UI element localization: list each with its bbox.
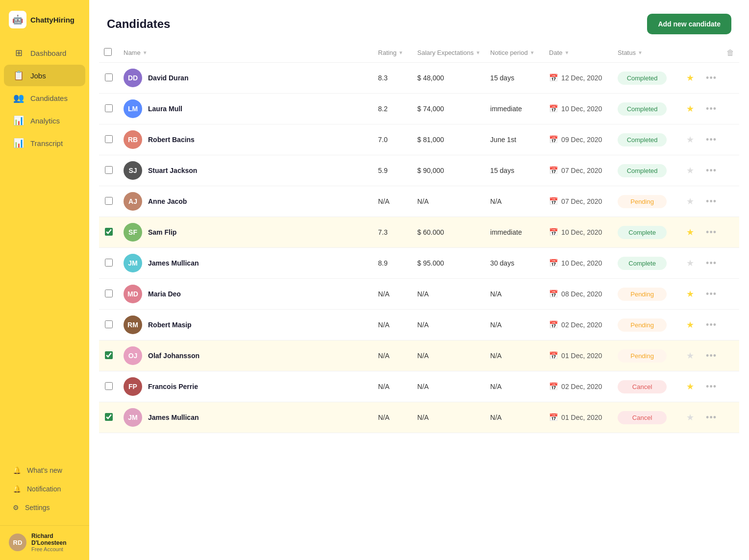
row-star-cell: ★ [681, 186, 701, 217]
rating-value: 8.3 [378, 74, 387, 82]
table-row: RM Robert Masip N/A N/A N/A 📅 02 Dec, 20… [99, 310, 739, 341]
notice-value: N/A [490, 383, 501, 390]
more-options-icon[interactable]: ••• [706, 135, 717, 145]
row-checkbox-10[interactable] [105, 351, 113, 359]
sidebar-bottom-settings[interactable]: ⚙ Settings [4, 499, 85, 516]
row-checkbox-8[interactable] [105, 290, 113, 297]
star-icon[interactable]: ★ [686, 196, 694, 206]
header-notice[interactable]: Notice period▼ [485, 43, 544, 63]
row-salary-cell: $ 81,000 [412, 124, 485, 155]
date-value: 01 Dec, 2020 [561, 414, 602, 421]
row-checkbox-12[interactable] [105, 413, 113, 421]
row-salary-cell: $ 95.000 [412, 248, 485, 279]
header-rating[interactable]: Rating▼ [373, 43, 412, 63]
row-salary-cell: $ 90,000 [412, 155, 485, 186]
sidebar-item-transcript[interactable]: 📊 Transcript [4, 132, 85, 154]
salary-value: N/A [417, 290, 428, 298]
star-icon[interactable]: ★ [686, 320, 694, 330]
header-trash[interactable]: 🗑 [722, 43, 739, 63]
row-date-cell: 📅 07 Dec, 2020 [544, 186, 613, 217]
page-title: Candidates [107, 17, 170, 31]
row-status-cell: Pending [613, 310, 681, 341]
row-checkbox-2[interactable] [105, 104, 113, 112]
star-icon[interactable]: ★ [686, 289, 694, 299]
star-icon[interactable]: ★ [686, 73, 694, 83]
star-icon[interactable]: ★ [686, 382, 694, 391]
row-salary-cell: $ 74,000 [412, 94, 485, 124]
notice-value: 15 days [490, 74, 514, 82]
calendar-icon: 📅 [549, 135, 558, 144]
row-more-cell: ••• [701, 63, 722, 94]
row-name-cell: RM Robert Masip [119, 310, 373, 341]
row-name-cell: MD Maria Deo [119, 279, 373, 310]
row-rating-cell: 8.3 [373, 63, 412, 94]
sidebar-item-jobs[interactable]: 📋 Jobs [4, 65, 85, 86]
row-trash-cell [722, 94, 739, 124]
star-icon[interactable]: ★ [686, 135, 694, 145]
star-icon[interactable]: ★ [686, 227, 694, 237]
row-checkbox-6[interactable] [105, 228, 113, 236]
row-more-cell: ••• [701, 248, 722, 279]
row-status-cell: Pending [613, 279, 681, 310]
row-star-cell: ★ [681, 279, 701, 310]
more-options-icon[interactable]: ••• [706, 351, 717, 361]
more-options-icon[interactable]: ••• [706, 413, 717, 422]
whats-new-icon: 🔔 [13, 466, 21, 474]
row-trash-cell [722, 248, 739, 279]
row-trash-cell [722, 155, 739, 186]
header-status[interactable]: Status▼ [613, 43, 681, 63]
more-options-icon[interactable]: ••• [706, 166, 717, 175]
star-icon[interactable]: ★ [686, 413, 694, 422]
row-star-cell: ★ [681, 155, 701, 186]
candidates-icon: 👥 [13, 93, 25, 103]
row-checkbox-3[interactable] [105, 135, 113, 143]
logo-text: ChattyHiring [30, 16, 75, 24]
add-candidate-button[interactable]: Add new candidate [647, 14, 731, 34]
calendar-icon: 📅 [549, 166, 558, 175]
sidebar-item-label-candidates: Candidates [30, 94, 68, 102]
row-checkbox-4[interactable] [105, 166, 113, 174]
delete-all-icon[interactable]: 🗑 [726, 49, 734, 57]
header-date[interactable]: Date▼ [544, 43, 613, 63]
row-more-cell: ••• [701, 279, 722, 310]
header-check [99, 43, 119, 63]
header-salary[interactable]: Salary Expectations▼ [412, 43, 485, 63]
more-options-icon[interactable]: ••• [706, 227, 717, 237]
salary-value: $ 74,000 [417, 105, 444, 113]
row-name-cell: FP Francois Perrie [119, 371, 373, 402]
row-checkbox-5[interactable] [105, 197, 113, 205]
more-options-icon[interactable]: ••• [706, 320, 717, 330]
star-icon[interactable]: ★ [686, 351, 694, 361]
date-value: 08 Dec, 2020 [561, 290, 602, 298]
row-checkbox-1[interactable] [105, 73, 113, 81]
sidebar-item-dashboard[interactable]: ⊞ Dashboard [4, 42, 85, 64]
more-options-icon[interactable]: ••• [706, 73, 717, 83]
star-icon[interactable]: ★ [686, 104, 694, 114]
more-options-icon[interactable]: ••• [706, 258, 717, 268]
row-rating-cell: 8.2 [373, 94, 412, 124]
star-icon[interactable]: ★ [686, 166, 694, 175]
row-checkbox-11[interactable] [105, 382, 113, 390]
row-trash-cell [722, 310, 739, 341]
more-options-icon[interactable]: ••• [706, 196, 717, 206]
rating-value: 5.9 [378, 167, 387, 174]
row-checkbox-9[interactable] [105, 320, 113, 328]
sidebar-item-candidates[interactable]: 👥 Candidates [4, 87, 85, 109]
sidebar-bottom-whats-new[interactable]: 🔔 What's new [4, 462, 85, 479]
select-all-checkbox[interactable] [104, 48, 112, 56]
more-options-icon[interactable]: ••• [706, 382, 717, 391]
row-trash-cell [722, 402, 739, 433]
sidebar-bottom-notification[interactable]: 🔔 Notification [4, 480, 85, 498]
table-row: OJ Olaf Johansson N/A N/A N/A 📅 01 Dec, … [99, 341, 739, 371]
more-options-icon[interactable]: ••• [706, 104, 717, 114]
sidebar-item-analytics[interactable]: 📊 Analytics [4, 110, 85, 131]
row-checkbox-7[interactable] [105, 259, 113, 267]
sidebar-bottom-label-settings: Settings [25, 504, 50, 511]
star-icon[interactable]: ★ [686, 258, 694, 268]
rating-value: N/A [378, 352, 389, 360]
row-star-cell: ★ [681, 94, 701, 124]
sidebar-bottom: 🔔 What's new 🔔 Notification ⚙ Settings [0, 457, 89, 523]
rating-value: N/A [378, 414, 389, 421]
more-options-icon[interactable]: ••• [706, 289, 717, 299]
header-name[interactable]: Name▼ [119, 43, 373, 63]
